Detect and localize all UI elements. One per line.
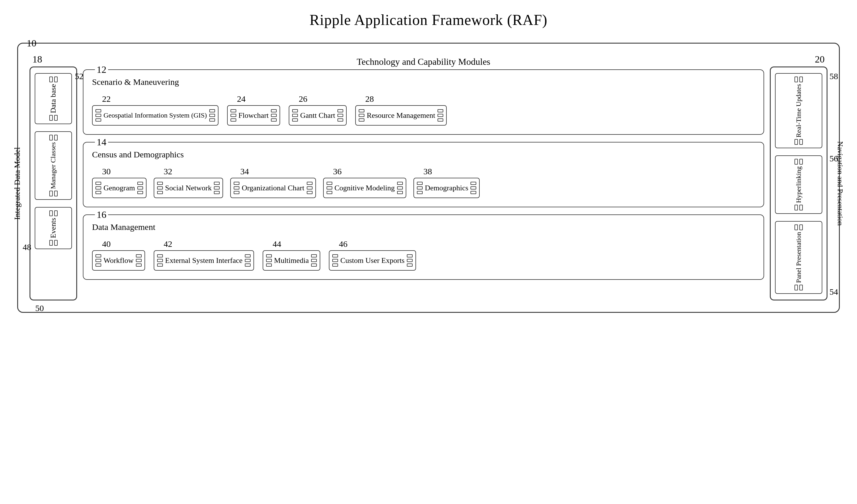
hyper-label: Hyperlinking — [794, 166, 803, 203]
label-36: 36 — [333, 167, 342, 176]
module-resource: Resource Management — [355, 105, 447, 125]
label-58: 58 — [829, 71, 838, 81]
label-44: 44 — [273, 239, 281, 249]
module-multimedia: Multimedia — [263, 250, 320, 271]
module-esi-wrapper: 42 External System Interface — [154, 239, 254, 271]
label-30: 30 — [102, 167, 111, 176]
module-orgchart-wrapper: 34 Organizational Chart — [230, 167, 316, 198]
label-16: 16 — [95, 209, 108, 220]
label-42: 42 — [164, 239, 172, 249]
manager-box: Manager Classes — [35, 131, 72, 200]
label-22: 22 — [102, 94, 111, 104]
module-genogram: Genogram — [92, 178, 147, 198]
label-52: 52 — [75, 71, 83, 81]
left-column: 18 Integrated Data Model 52 Data base — [30, 67, 77, 300]
label-40: 40 — [102, 239, 111, 249]
label-54: 54 — [829, 287, 838, 297]
module-resource-label: Resource Management — [367, 111, 435, 120]
events-label: Events — [48, 218, 58, 238]
hyper-box: Hyperlinking — [775, 155, 822, 214]
module-workflow-label: Workflow — [103, 256, 134, 265]
module-social: Social Network — [154, 178, 223, 198]
module-genogram-wrapper: 30 Genogram — [92, 167, 147, 198]
module-gis-wrapper: 22 Geospatial Information System (GIS) — [92, 94, 218, 125]
idm-frame: Integrated Data Model 52 Data base — [30, 67, 77, 300]
label-14: 14 — [95, 137, 108, 148]
module-cognitive: Cognitive Modeling — [323, 178, 406, 198]
label-18: 18 — [32, 54, 42, 65]
section-title-census: Census and Demographics — [92, 150, 755, 159]
section-census: 14 Census and Demographics 30 Genogram — [83, 142, 764, 207]
module-exports-label: Custom User Exports — [340, 256, 405, 266]
module-flowchart: Flowchart — [227, 105, 280, 125]
label-26: 26 — [299, 94, 307, 104]
tech-cap-label: Technology and Capability Modules — [357, 56, 490, 67]
manager-wrapper: Manager Classes — [35, 131, 72, 200]
module-esi: External System Interface — [154, 250, 254, 271]
hyper-wrapper: 56 Hyperlinking — [775, 155, 822, 214]
module-flowchart-label: Flowchart — [238, 111, 269, 120]
label-32: 32 — [164, 167, 172, 176]
module-demographics-label: Demographics — [425, 184, 469, 192]
nav-pres-frame: Navigation and Presentation 58 Real-Time… — [770, 67, 827, 300]
center-column: Technology and Capability Modules 12 Sce… — [83, 55, 764, 300]
label-12: 12 — [95, 64, 108, 75]
module-orgchart-label: Organizational Chart — [242, 183, 304, 193]
label-48: 48 — [23, 242, 31, 252]
module-workflow-wrapper: 40 Workflow — [92, 239, 145, 271]
outer-frame: 10 18 Integrated Data Model 52 D — [17, 43, 840, 313]
rtu-label: Real-Time Updates — [794, 84, 803, 137]
module-exports: Custom User Exports — [329, 250, 416, 271]
module-demographics: Demographics — [414, 178, 480, 198]
module-resource-wrapper: 28 Resource Management — [355, 94, 447, 125]
census-modules: 30 Genogram — [92, 167, 755, 198]
label-10: 10 — [27, 38, 36, 49]
panel-box: Panel Presentation — [775, 221, 822, 294]
module-orgchart: Organizational Chart — [230, 178, 316, 198]
module-multimedia-wrapper: 44 Multimedia — [263, 239, 320, 271]
manager-label: Manager Classes — [49, 142, 57, 189]
panel-wrapper: 54 Panel Presentation — [775, 221, 822, 294]
module-gantt-label: Gantt Chart — [300, 111, 335, 120]
module-social-label: Social Network — [165, 183, 212, 193]
module-gantt: Gantt Chart — [289, 105, 347, 125]
label-34: 34 — [240, 167, 249, 176]
label-24: 24 — [237, 94, 246, 104]
module-flowchart-wrapper: 24 Flowchart — [227, 94, 280, 125]
events-box: Events — [35, 207, 72, 249]
database-box: Data base — [35, 73, 72, 124]
module-demographics-wrapper: 38 Demographics — [414, 167, 480, 198]
events-wrapper: 48 Events — [35, 207, 72, 249]
label-38: 38 — [423, 167, 432, 176]
module-cognitive-label: Cognitive Modeling — [335, 183, 395, 193]
database-wrapper: 52 Data base — [35, 73, 72, 124]
panel-label: Panel Presentation — [794, 232, 803, 283]
module-gis: Geospatial Information System (GIS) — [92, 105, 218, 125]
module-workflow: Workflow — [92, 250, 145, 271]
section-title-datamgmt: Data Management — [92, 222, 755, 232]
section-data-mgmt: 16 Data Management 40 Workflow — [83, 215, 764, 280]
module-social-wrapper: 32 Social Network — [154, 167, 223, 198]
module-gis-label: Geospatial Information System (GIS) — [103, 111, 207, 120]
label-56: 56 — [829, 154, 838, 164]
module-gantt-wrapper: 26 Gantt Chart — [289, 94, 347, 125]
scenario-modules: 22 Geospatial Information System (GIS) — [92, 94, 755, 125]
label-46: 46 — [339, 239, 348, 249]
module-exports-wrapper: 46 Custom User Exports — [329, 239, 416, 271]
section-scenario: 12 Scenario & Maneuvering 22 Geospatial — [83, 69, 764, 135]
module-genogram-label: Genogram — [103, 184, 135, 192]
module-multimedia-label: Multimedia — [274, 256, 309, 265]
label-50: 50 — [35, 303, 44, 313]
database-label: Data base — [48, 84, 58, 113]
module-esi-label: External System Interface — [165, 256, 242, 266]
rtu-wrapper: 58 Real-Time Updates — [775, 73, 822, 148]
main-layout: 18 Integrated Data Model 52 Data base — [30, 55, 827, 300]
label-20: 20 — [815, 54, 825, 65]
right-column: 20 Navigation and Presentation 58 Real-T… — [770, 67, 827, 300]
idm-label: Integrated Data Model — [13, 147, 22, 220]
datamgmt-modules: 40 Workflow — [92, 239, 755, 271]
rtu-box: Real-Time Updates — [775, 73, 822, 148]
page-title: Ripple Application Framework (RAF) — [310, 12, 548, 28]
section-title-scenario: Scenario & Maneuvering — [92, 77, 755, 87]
label-28: 28 — [365, 94, 374, 104]
